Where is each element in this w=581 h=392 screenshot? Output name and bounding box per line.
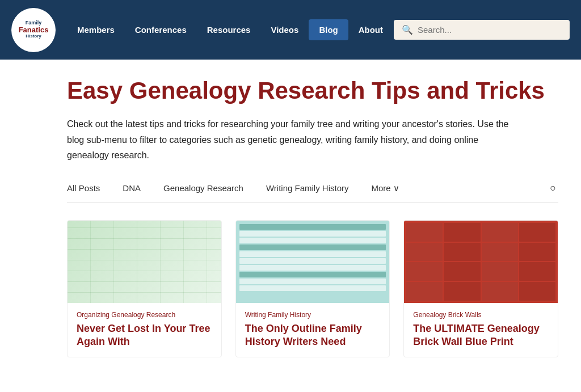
nav-videos[interactable]: Videos bbox=[260, 19, 309, 40]
card-1-body: Organizing Genealogy Research Never Get … bbox=[68, 303, 221, 357]
search-input[interactable] bbox=[418, 25, 562, 35]
cards-grid: Organizing Genealogy Research Never Get … bbox=[67, 220, 558, 369]
card-2: Writing Family History The Only Outline … bbox=[235, 220, 390, 357]
nav-blog[interactable]: Blog bbox=[309, 19, 348, 40]
card-2-title[interactable]: The Only Outline Family History Writers … bbox=[245, 322, 381, 349]
submenu-dna[interactable]: DNA bbox=[111, 180, 152, 196]
search-box: 🔍 bbox=[394, 20, 570, 40]
card-1-image bbox=[68, 221, 221, 303]
card-3-image bbox=[404, 221, 558, 303]
logo-bottom-text: History bbox=[19, 34, 49, 39]
card-3-category: Genealogy Brick Walls bbox=[413, 311, 549, 319]
page-content: Easy Genealogy Research Tips and Tricks … bbox=[0, 60, 581, 380]
page-description: Check out the latest tips and tricks for… bbox=[67, 116, 510, 163]
card-1-category: Organizing Genealogy Research bbox=[77, 311, 212, 319]
nav-conferences[interactable]: Conferences bbox=[125, 19, 197, 40]
nav-resources[interactable]: Resources bbox=[197, 19, 261, 40]
search-icon: 🔍 bbox=[402, 24, 413, 35]
submenu-all-posts[interactable]: All Posts bbox=[67, 180, 111, 196]
card-1: Organizing Genealogy Research Never Get … bbox=[67, 220, 222, 357]
submenu-genealogy-research[interactable]: Genealogy Research bbox=[152, 180, 255, 196]
logo-fanatics-text: Fanatics bbox=[19, 26, 49, 34]
card-2-body: Writing Family History The Only Outline … bbox=[236, 303, 390, 357]
logo[interactable]: Family Fanatics History bbox=[11, 8, 56, 52]
card-1-title[interactable]: Never Get Lost In Your Tree Again With bbox=[77, 322, 212, 349]
nav-about[interactable]: About bbox=[348, 19, 393, 40]
card-2-category: Writing Family History bbox=[245, 311, 381, 319]
card-3-body: Genealogy Brick Walls The ULTIMATE Genea… bbox=[404, 303, 558, 357]
card-2-image bbox=[236, 221, 390, 303]
nav-links: Members Conferences Resources Videos Blo… bbox=[67, 19, 394, 40]
blog-submenu: All Posts DNA Genealogy Research Writing… bbox=[67, 180, 558, 203]
nav-members[interactable]: Members bbox=[67, 19, 125, 40]
card-3: Genealogy Brick Walls The ULTIMATE Genea… bbox=[403, 220, 558, 357]
card-3-title[interactable]: The ULTIMATE Genealogy Brick Wall Blue P… bbox=[413, 322, 549, 349]
submenu-more[interactable]: More ∨ bbox=[360, 180, 411, 197]
page-title: Easy Genealogy Research Tips and Tricks bbox=[67, 77, 558, 105]
main-nav: Family Fanatics History Members Conferen… bbox=[0, 0, 581, 60]
submenu-search-icon[interactable]: ○ bbox=[548, 180, 558, 196]
submenu-writing-family-history[interactable]: Writing Family History bbox=[255, 180, 360, 196]
